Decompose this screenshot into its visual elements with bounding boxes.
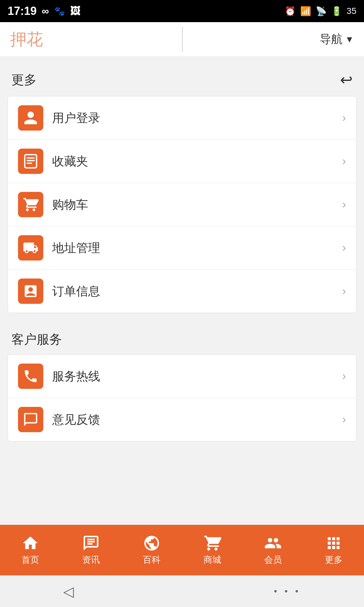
cart-icon — [23, 197, 39, 212]
customer-service-card: 服务热线 › 意见反馈 › — [8, 354, 356, 441]
main-content: 更多 ↩ 用户登录 › 收藏夹 — [0, 57, 364, 458]
device-bottom-bar: ◁ • • • — [0, 575, 364, 607]
clock-icon: ⏰ — [285, 6, 296, 16]
battery-icon: 🔋 — [331, 6, 342, 16]
favorites-chevron: › — [342, 155, 346, 168]
shop-nav-label: 商城 — [203, 554, 221, 566]
device-dots: • • • — [274, 586, 301, 596]
address-label: 地址管理 — [52, 240, 342, 256]
wifi-icon: 📶 — [300, 6, 311, 16]
more-section-header: 更多 ↩ — [8, 63, 356, 96]
member-nav-icon — [264, 534, 282, 552]
login-label: 用户登录 — [52, 110, 342, 126]
nav-button[interactable]: 导航 ▼ — [320, 32, 354, 47]
cart-icon-box — [18, 192, 43, 217]
orders-chevron: › — [342, 285, 346, 298]
nav-item-home[interactable]: 首页 — [21, 534, 39, 566]
nav-item-more[interactable]: 更多 — [325, 534, 343, 566]
bookmark-icon-box — [18, 149, 43, 174]
svg-rect-2 — [27, 160, 35, 161]
back-icon[interactable]: ↩ — [340, 71, 353, 89]
favorites-label: 收藏夹 — [52, 153, 342, 169]
phone-icon — [23, 368, 39, 384]
phone-icon-box — [18, 364, 43, 389]
address-chevron: › — [342, 241, 346, 254]
nav-item-wiki[interactable]: 百科 — [143, 534, 161, 566]
infinity-icon: ∞ — [42, 5, 49, 17]
menu-item-hotline[interactable]: 服务热线 › — [8, 355, 356, 398]
device-back-button[interactable]: ◁ — [63, 583, 74, 599]
user-icon-box — [18, 105, 43, 131]
nav-item-news[interactable]: 资讯 — [82, 534, 100, 566]
feedback-icon — [23, 412, 39, 427]
svg-rect-1 — [27, 157, 35, 159]
header-divider — [182, 27, 183, 52]
more-nav-icon — [325, 534, 343, 552]
app-header: 押花 导航 ▼ — [0, 22, 364, 57]
home-nav-icon — [21, 534, 39, 552]
menu-item-address[interactable]: 地址管理 › — [8, 226, 356, 270]
menu-item-cart[interactable]: 购物车 › — [8, 183, 356, 226]
nav-item-shop[interactable]: 商城 — [203, 534, 221, 566]
feedback-chevron: › — [342, 413, 346, 426]
status-bar: 17:19 ∞ 🐾 🖼 ⏰ 📶 📡 🔋 35 — [0, 0, 364, 22]
status-time: 17:19 — [8, 4, 37, 18]
user-icon — [23, 110, 39, 126]
member-nav-label: 会员 — [264, 554, 282, 566]
menu-item-orders[interactable]: 订单信息 › — [8, 270, 356, 313]
more-nav-label: 更多 — [325, 554, 343, 566]
battery-level: 35 — [347, 6, 356, 16]
news-nav-label: 资讯 — [82, 554, 100, 566]
truck-icon — [23, 240, 39, 256]
signal-icon: 📡 — [316, 6, 327, 16]
svg-rect-3 — [27, 162, 32, 164]
orders-icon-box — [18, 279, 43, 304]
bottom-nav: 首页 资讯 百科 商城 会员 更多 — [0, 525, 364, 575]
orders-icon — [23, 283, 39, 299]
truck-icon-box — [18, 235, 43, 261]
bookmark-icon — [23, 153, 39, 169]
hotline-chevron: › — [342, 370, 346, 383]
feedback-label: 意见反馈 — [52, 412, 342, 428]
nav-item-member[interactable]: 会员 — [264, 534, 282, 566]
cart-chevron: › — [342, 198, 346, 211]
feedback-icon-box — [18, 407, 43, 432]
status-left: 17:19 ∞ 🐾 🖼 — [8, 4, 80, 18]
menu-item-feedback[interactable]: 意见反馈 › — [8, 398, 356, 441]
nav-label: 导航 — [320, 32, 343, 47]
nav-dropdown-icon: ▼ — [345, 34, 354, 45]
news-nav-icon — [82, 534, 100, 552]
status-right: ⏰ 📶 📡 🔋 35 — [285, 6, 356, 16]
login-chevron: › — [342, 111, 346, 125]
hotline-label: 服务热线 — [52, 368, 342, 384]
wiki-nav-icon — [143, 534, 161, 552]
baidu-icon: 🐾 — [54, 6, 65, 16]
shop-nav-icon — [203, 534, 221, 552]
orders-label: 订单信息 — [52, 283, 342, 299]
cart-label: 购物车 — [52, 197, 342, 213]
customer-service-title: 客户服务 — [8, 323, 356, 354]
menu-item-login[interactable]: 用户登录 › — [8, 96, 356, 140]
home-nav-label: 首页 — [21, 554, 39, 566]
app-title: 押花 — [10, 28, 43, 51]
menu-item-favorites[interactable]: 收藏夹 › — [8, 140, 356, 183]
wiki-nav-label: 百科 — [143, 554, 161, 566]
image-icon: 🖼 — [70, 5, 80, 17]
more-title: 更多 — [11, 71, 37, 89]
more-menu-card: 用户登录 › 收藏夹 › 购物车 › — [8, 96, 356, 313]
